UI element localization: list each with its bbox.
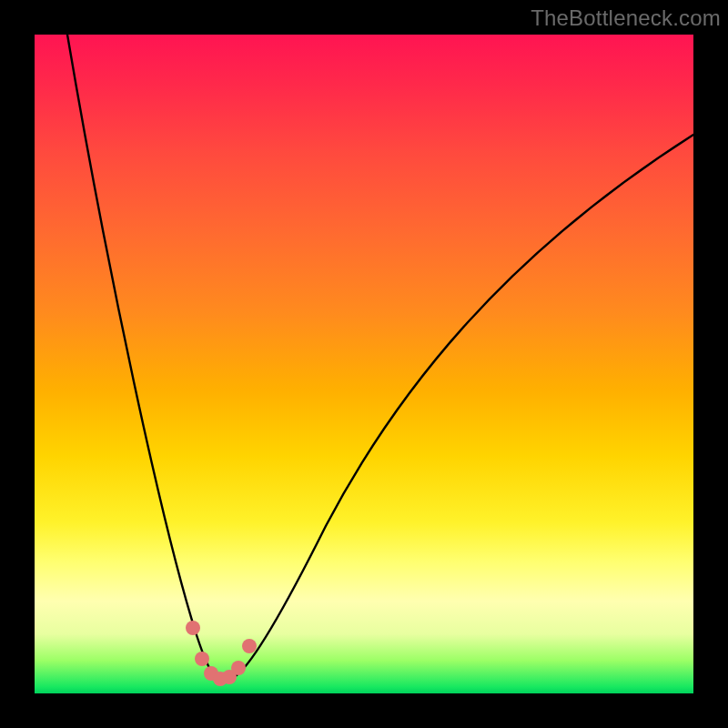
bottleneck-curve (67, 35, 693, 680)
watermark-text: TheBottleneck.com (531, 5, 721, 31)
gradient-plot-area (35, 35, 693, 693)
marker-point (231, 661, 246, 675)
marker-point (195, 652, 209, 666)
marker-point (186, 621, 200, 635)
curve-markers (186, 621, 257, 686)
marker-point (242, 639, 257, 653)
bottleneck-curve-svg (35, 35, 693, 693)
outer-frame: TheBottleneck.com (0, 0, 728, 728)
